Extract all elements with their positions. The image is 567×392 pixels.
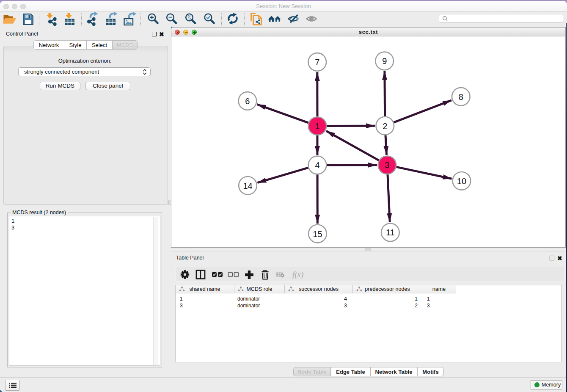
svg-text:1: 1 — [315, 121, 319, 131]
svg-text:7: 7 — [315, 58, 319, 67]
svg-text:8: 8 — [459, 92, 463, 102]
svg-text:f(x): f(x) — [292, 270, 303, 279]
svg-text:6: 6 — [245, 97, 250, 106]
svg-text:2: 2 — [383, 121, 387, 131]
svg-text:10: 10 — [457, 177, 466, 186]
svg-text:15: 15 — [313, 229, 322, 239]
svg-text:3: 3 — [385, 160, 389, 170]
svg-text:4: 4 — [315, 160, 319, 170]
svg-text:14: 14 — [243, 181, 252, 190]
svg-text:9: 9 — [382, 56, 387, 66]
svg-text:11: 11 — [386, 228, 395, 237]
